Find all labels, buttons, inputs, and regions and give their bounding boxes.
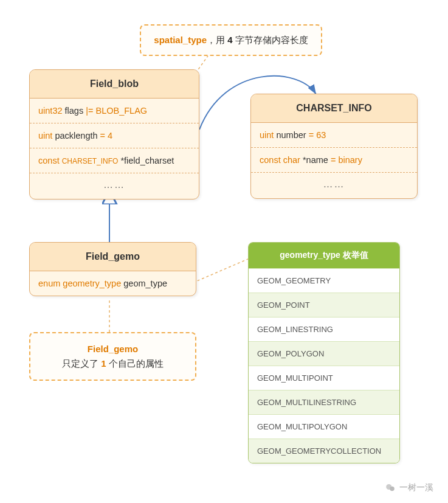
classbox-field-gemo: Field_gemo enum geometry_type geom_type (29, 242, 196, 296)
watermark: 一树一溪 (385, 482, 433, 493)
callout-spatial-type: spatial_type，用 4 字节存储内容长度 (140, 24, 322, 56)
watermark-text: 一树一溪 (399, 482, 433, 493)
enum-row: GEOM_POLYGON (249, 341, 399, 366)
kw-spatial-type: spatial_type (154, 35, 207, 45)
classbox-charset-info: CHARSET_INFO uint number = 63 const char… (250, 94, 418, 199)
classbox-charset-info-title: CHARSET_INFO (251, 94, 417, 123)
field-blob-ellipsis: …… (30, 173, 199, 199)
field-blob-row-packlength: uint packlength = 4 (30, 123, 199, 148)
enum-table-geometry-type: geometry_type 枚举值 GEOM_GEOMETRYGEOM_POIN… (248, 242, 400, 463)
enum-row: GEOM_GEOMETRY (249, 268, 399, 293)
charset-info-row-number: uint number = 63 (251, 123, 417, 148)
enum-row: GEOM_MULTILINESTRING (249, 390, 399, 414)
classbox-field-blob: Field_blob uint32 flags |= BLOB_FLAG uin… (29, 69, 199, 199)
enum-row: GEOM_POINT (249, 293, 399, 317)
enum-row: GEOM_LINESTRING (249, 317, 399, 341)
callout-field-gemo-note: Field_gemo 只定义了 1 个自己的属性 (29, 332, 196, 381)
enum-row: GEOM_GEOMETRYCOLLECTION (249, 439, 399, 463)
classbox-field-blob-title: Field_blob (30, 70, 199, 99)
callout-spatial-type-text: spatial_type，用 4 字节存储内容长度 (151, 33, 311, 47)
field-blob-row-flags: uint32 flags |= BLOB_FLAG (30, 99, 199, 123)
enum-row: GEOM_MULTIPOINT (249, 366, 399, 390)
svg-point-2 (390, 487, 395, 491)
callout-field-gemo-desc: 只定义了 1 个自己的属性 (44, 356, 182, 371)
charset-info-row-name: const char *name = binary (251, 148, 417, 173)
enum-table-header: geometry_type 枚举值 (249, 243, 399, 268)
field-gemo-row-geom-type: enum geometry_type geom_type (30, 271, 196, 296)
enum-row: GEOM_MULTIPOLYGON (249, 414, 399, 439)
charset-info-ellipsis: …… (251, 173, 417, 198)
callout-field-gemo-title: Field_gemo (44, 342, 182, 356)
wechat-icon (385, 482, 396, 493)
enum-rows-container: GEOM_GEOMETRYGEOM_POINTGEOM_LINESTRINGGE… (249, 268, 399, 463)
diagram-canvas: spatial_type，用 4 字节存储内容长度 Field_blob uin… (0, 0, 448, 503)
classbox-field-gemo-title: Field_gemo (30, 243, 196, 271)
field-blob-row-field-charset: const CHARSET_INFO *field_charset (30, 148, 199, 173)
